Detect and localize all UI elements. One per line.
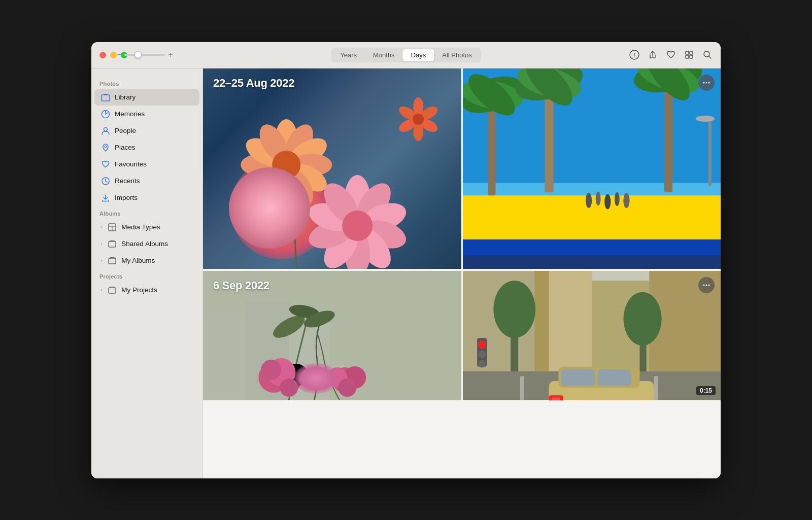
sidebar-item-memories-label: Memories <box>115 110 145 118</box>
svg-rect-59 <box>463 195 721 246</box>
svg-point-80 <box>695 115 714 121</box>
sidebar-item-my-albums-label: My Albums <box>121 257 155 264</box>
svg-line-18 <box>291 170 296 269</box>
sidebar-item-recents[interactable]: Recents <box>94 173 199 189</box>
sidebar-item-people-label: People <box>115 127 136 134</box>
tab-years[interactable]: Years <box>332 49 365 61</box>
svg-point-77 <box>614 192 619 206</box>
favourites-icon <box>100 159 111 169</box>
zoom-slider[interactable] <box>124 54 165 56</box>
svg-point-128 <box>478 360 486 367</box>
sidebar-item-shared-albums-label: Shared Albums <box>121 240 168 248</box>
main-window: − + Years Months Days All Photos i <box>91 42 721 478</box>
sidebar-item-memories[interactable]: Memories <box>94 106 199 122</box>
sidebar-item-library[interactable]: Library <box>94 89 199 106</box>
info-icon[interactable]: i <box>629 50 639 60</box>
sidebar-item-my-projects-label: My Projects <box>121 286 157 294</box>
video-duration-badge: 0:15 <box>696 386 716 395</box>
sidebar-item-my-projects[interactable]: › My Projects <box>94 282 199 298</box>
photo-row-aug-2022: 22–25 Aug 2022 <box>203 68 721 269</box>
photo-beach-image[interactable] <box>463 68 721 269</box>
svg-point-33 <box>272 151 300 179</box>
chevron-right-icon-4: › <box>100 287 102 293</box>
media-types-icon <box>107 222 117 232</box>
sidebar-section-projects-label: Projects <box>91 269 202 282</box>
photo-area[interactable]: 22–25 Aug 2022 <box>203 68 721 478</box>
view-tabs-group: Years Months Days All Photos <box>331 48 481 62</box>
svg-rect-15 <box>109 241 116 247</box>
people-icon <box>100 126 111 136</box>
zoom-control: − + <box>117 51 173 59</box>
sidebar-item-recents-label: Recents <box>115 177 140 185</box>
grid-icon[interactable] <box>684 50 694 60</box>
shared-albums-icon <box>107 239 117 249</box>
sidebar-item-imports[interactable]: Imports <box>94 190 199 206</box>
share-icon[interactable] <box>648 50 658 60</box>
tab-months[interactable]: Months <box>365 49 403 61</box>
svg-point-99 <box>706 284 707 286</box>
svg-rect-3 <box>690 51 693 54</box>
photo-cell-flowers-2[interactable]: 6 Sep 2022 <box>203 271 461 400</box>
photo-row-sep-2022: 6 Sep 2022 <box>203 271 721 400</box>
svg-rect-120 <box>597 369 631 386</box>
svg-rect-5 <box>690 55 693 58</box>
heart-icon[interactable] <box>666 50 676 60</box>
minimize-button[interactable] <box>110 52 117 58</box>
photo-flowers-image[interactable] <box>203 68 461 269</box>
chevron-right-icon-3: › <box>100 258 102 263</box>
recents-icon <box>100 176 111 186</box>
svg-point-12 <box>105 146 107 148</box>
more-options-button-2[interactable] <box>698 277 715 293</box>
svg-point-100 <box>708 284 710 286</box>
svg-point-53 <box>413 114 424 125</box>
svg-point-112 <box>623 292 661 345</box>
sidebar-item-media-types[interactable]: › Media Types <box>94 219 199 235</box>
zoom-plus-button[interactable]: + <box>168 51 173 59</box>
svg-rect-116 <box>654 376 658 400</box>
photo-cell-beach[interactable] <box>463 68 721 269</box>
search-icon[interactable] <box>702 50 713 60</box>
my-projects-icon <box>107 285 117 295</box>
zoom-minus-button[interactable]: − <box>117 51 121 59</box>
tab-all-photos[interactable]: All Photos <box>434 49 480 61</box>
titlebar: − + Years Months Days All Photos i <box>91 42 721 68</box>
svg-line-7 <box>709 56 712 59</box>
tab-days[interactable]: Days <box>403 49 434 61</box>
sidebar-item-my-albums[interactable]: › My Albums <box>94 253 199 269</box>
photo-cell-street[interactable]: 0:15 <box>463 271 721 400</box>
chevron-right-icon-2: › <box>100 241 102 247</box>
svg-rect-61 <box>463 255 721 269</box>
sidebar-item-places[interactable]: Places <box>94 140 199 156</box>
imports-icon <box>100 193 111 203</box>
view-tabs: Years Months Days All Photos <box>331 48 481 62</box>
close-button[interactable] <box>99 52 106 58</box>
photo-cell-flowers[interactable]: 22–25 Aug 2022 <box>203 68 461 269</box>
sidebar-section-albums-label: Albums <box>91 206 202 219</box>
svg-point-93 <box>280 378 298 397</box>
svg-point-78 <box>623 193 629 208</box>
sidebar-item-favourites[interactable]: Favourites <box>94 156 199 172</box>
svg-point-98 <box>703 284 705 286</box>
more-options-button-1[interactable] <box>698 75 715 91</box>
sidebar-item-people[interactable]: People <box>94 123 199 139</box>
svg-point-126 <box>478 340 486 348</box>
photo-street-image[interactable]: KW27B <box>463 271 721 400</box>
sidebar: Photos Library M <box>91 68 203 478</box>
my-albums-icon <box>107 256 117 266</box>
photo-group-sep-2022: 6 Sep 2022 <box>203 271 721 400</box>
sidebar-item-places-label: Places <box>115 144 136 151</box>
sidebar-item-media-types-label: Media Types <box>121 223 160 231</box>
svg-point-127 <box>478 350 486 358</box>
svg-point-97 <box>338 378 356 397</box>
sidebar-section-photos-label: Photos <box>91 77 202 89</box>
svg-rect-82 <box>203 311 248 400</box>
photo-group-aug-2022: 22–25 Aug 2022 <box>203 68 721 269</box>
titlebar-actions: i <box>629 50 713 60</box>
chevron-right-icon: › <box>100 224 102 230</box>
main-content: Photos Library M <box>91 68 721 478</box>
sidebar-item-shared-albums[interactable]: › Shared Albums <box>94 236 199 252</box>
svg-point-110 <box>493 281 535 338</box>
zoom-thumb <box>134 51 142 58</box>
svg-point-56 <box>708 82 710 83</box>
svg-rect-122 <box>552 397 560 400</box>
